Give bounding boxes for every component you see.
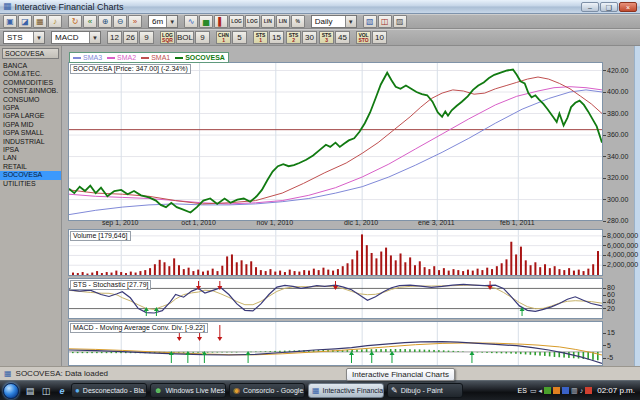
scroll-right-button[interactable]: » xyxy=(128,15,142,28)
sidebar-header[interactable]: SOCOVESA xyxy=(2,48,59,59)
indicator-param-button-14[interactable]: VOLSTO xyxy=(356,31,371,44)
start-button[interactable] xyxy=(3,383,19,399)
sidebar-item-retail[interactable]: RETAIL xyxy=(0,163,61,171)
bar-chart-button[interactable]: ▅ xyxy=(199,15,213,28)
param-value-button-1[interactable]: 26 xyxy=(123,31,138,44)
keyboard-icon[interactable]: ▭ xyxy=(530,387,537,394)
param-value-button-9[interactable]: 15 xyxy=(269,31,284,44)
indicator-param-button-10[interactable]: STS2 xyxy=(286,31,301,44)
scale-button-lin-2[interactable]: LIN xyxy=(261,15,275,28)
new-chart-button[interactable]: ▣ xyxy=(3,15,17,28)
tray-app-green-icon[interactable] xyxy=(544,387,551,394)
param-value-button-7[interactable]: 5 xyxy=(232,31,247,44)
calendar-button[interactable]: ▦ xyxy=(33,15,47,28)
sidebar-item-igpa-mid[interactable]: IGPA MID xyxy=(0,121,61,129)
volume-icon[interactable]: ♪ xyxy=(580,387,584,394)
indicator-param-button-12[interactable]: STS3 xyxy=(319,31,334,44)
switch-windows-icon[interactable]: ◫ xyxy=(39,384,53,398)
sts-indicator-select[interactable]: STS▼ xyxy=(3,31,45,44)
interval-select[interactable]: Daily▼ xyxy=(311,15,357,28)
tray-icons: ▭◂▥♪ xyxy=(530,387,592,394)
refresh-button[interactable]: ↻ xyxy=(68,15,82,28)
sma1-line-swatch xyxy=(141,57,149,59)
y-axis-label: 400.00 xyxy=(603,88,628,95)
volume-panel-canvas xyxy=(69,230,602,275)
task-button-blog[interactable]: ●Desconectado - Bla... xyxy=(71,383,147,398)
zoom-out-button[interactable]: ⊖ xyxy=(113,15,127,28)
sidebar-item-commodities[interactable]: COMMODITIES xyxy=(0,79,61,87)
zoom-in-button[interactable]: ⊕ xyxy=(98,15,112,28)
collapse-icon[interactable]: ◂ xyxy=(539,387,543,394)
price-panel[interactable] xyxy=(68,62,603,221)
sidebar-item-lan[interactable]: LAN xyxy=(0,154,61,162)
param-value-button-0[interactable]: 12 xyxy=(107,31,122,44)
sidebar-item-industrial[interactable]: INDUSTRIAL xyxy=(0,138,61,146)
sidebar-item-com-tec-[interactable]: COM.&TEC. xyxy=(0,70,61,78)
internet-explorer-icon[interactable]: e xyxy=(55,384,69,398)
param-value-button-11[interactable]: 30 xyxy=(302,31,317,44)
title-bar[interactable]: ▦ Interactive Financial Charts – ❑ × xyxy=(0,0,640,14)
sidebar-item-consumo[interactable]: CONSUMO xyxy=(0,96,61,104)
y-axis-label: -5 xyxy=(603,354,613,361)
data-table-button[interactable]: ▨ xyxy=(393,15,407,28)
sidebar-item-igpa[interactable]: IGPA xyxy=(0,104,61,112)
indicator-settings-button[interactable]: ◫ xyxy=(378,15,392,28)
language-indicator[interactable]: ES xyxy=(518,387,527,394)
y-axis-label: 320.00 xyxy=(603,174,628,181)
close-button[interactable]: × xyxy=(619,2,637,12)
sidebar-item-utilities[interactable]: UTILITIES xyxy=(0,180,61,188)
param-value-button-5[interactable]: 9 xyxy=(195,31,210,44)
scale-button-lin-3[interactable]: LIN xyxy=(276,15,290,28)
y-axis-label: 340.00 xyxy=(603,153,628,160)
param-value-button-13[interactable]: 45 xyxy=(335,31,350,44)
tray-app-blue-icon[interactable] xyxy=(562,387,569,394)
indicator-param-button-8[interactable]: STS1 xyxy=(253,31,268,44)
legend-item-sma1: SMA1 xyxy=(141,54,170,61)
compare-button[interactable]: ▧ xyxy=(363,15,377,28)
sidebar-item-igpa-small[interactable]: IGPA SMALL xyxy=(0,129,61,137)
x-axis-label: oct 1, 2010 xyxy=(171,219,227,226)
chevron-down-icon[interactable]: ▼ xyxy=(33,32,44,43)
param-value-button-15[interactable]: 10 xyxy=(372,31,387,44)
alert-button[interactable]: ♪ xyxy=(48,15,62,28)
param-value-button-4[interactable]: BOL xyxy=(176,31,194,44)
sidebar-item-igpa-large[interactable]: IGPA LARGE xyxy=(0,112,61,120)
legend-item-sma2: SMA2 xyxy=(107,54,136,61)
candlestick-button[interactable]: ▌ xyxy=(214,15,228,28)
task-button-messenger[interactable]: ☻Windows Live Mess... xyxy=(150,383,226,398)
edit-chart-button[interactable]: ◪ xyxy=(18,15,32,28)
show-desktop-icon[interactable]: ▤ xyxy=(23,384,37,398)
task-button-chrome[interactable]: ◉Consorcio - Google... xyxy=(229,383,305,398)
tray-app-red-icon[interactable] xyxy=(585,387,592,394)
clock[interactable]: 02:07 p.m. xyxy=(597,386,635,395)
sidebar-item-socovesa[interactable]: SOCOVESA xyxy=(0,171,61,179)
sidebar-item-const-inmob-[interactable]: CONST.&INMOB. xyxy=(0,87,61,95)
volume-panel[interactable] xyxy=(68,229,603,276)
right-window-edge xyxy=(634,46,640,366)
scale-button-log-1[interactable]: LOG xyxy=(245,15,260,28)
line-chart-button[interactable]: ∿ xyxy=(184,15,198,28)
indicator-param-button-3[interactable]: LOGSQR xyxy=(160,31,175,44)
scale-button-%-4[interactable]: % xyxy=(291,15,305,28)
scroll-left-button[interactable]: « xyxy=(83,15,97,28)
task-button-chart-app[interactable]: ▦Interactive Financial... xyxy=(308,383,384,398)
task-button-paint[interactable]: ✎Dibujo - Paint xyxy=(387,383,463,398)
chevron-down-icon[interactable]: ▼ xyxy=(89,32,100,43)
chevron-down-icon[interactable]: ▼ xyxy=(345,16,356,27)
y-axis-label: 360.00 xyxy=(603,131,628,138)
range-select[interactable]: 6m▼ xyxy=(148,15,178,28)
sidebar-item-ipsa[interactable]: IPSA xyxy=(0,146,61,154)
chevron-down-icon[interactable]: ▼ xyxy=(166,16,177,27)
param-value-button-2[interactable]: 9 xyxy=(139,31,154,44)
sidebar-item-banca[interactable]: BANCA xyxy=(0,62,61,70)
y-axis-label: 20 xyxy=(603,305,615,312)
scale-button-log-0[interactable]: LOG xyxy=(229,15,244,28)
tray-app-orange-icon[interactable] xyxy=(553,387,560,394)
macd-indicator-select-value: MACD xyxy=(52,32,89,43)
network-icon[interactable]: ▥ xyxy=(571,387,578,394)
indicator-param-button-6[interactable]: CHN1 xyxy=(216,31,231,44)
maximize-button[interactable]: ❑ xyxy=(600,2,618,12)
minimize-button[interactable]: – xyxy=(581,2,599,12)
macd-indicator-select[interactable]: MACD▼ xyxy=(51,31,101,44)
y-axis-label: 420.00 xyxy=(603,67,628,74)
